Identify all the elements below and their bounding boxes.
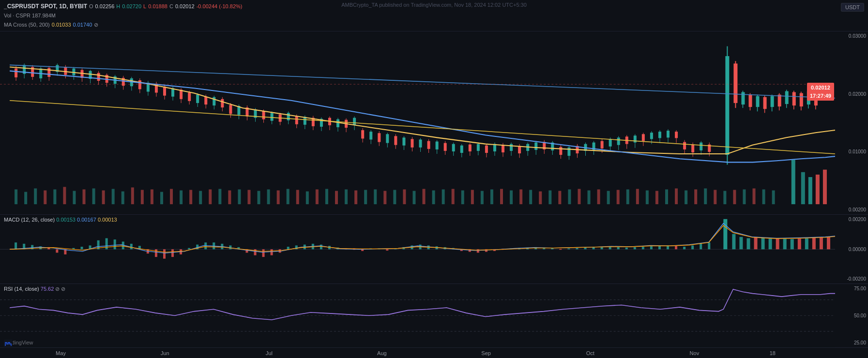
svg-rect-17: [170, 189, 173, 205]
macd-val2: 0.00167: [77, 217, 96, 223]
svg-rect-204: [502, 145, 504, 152]
svg-rect-94: [47, 68, 50, 77]
svg-rect-218: [559, 147, 562, 155]
svg-rect-47: [461, 191, 464, 205]
svg-rect-383: [812, 238, 816, 249]
svg-rect-32: [316, 190, 319, 205]
svg-rect-268: [771, 96, 774, 107]
svg-rect-46: [452, 189, 455, 205]
svg-rect-44: [432, 191, 435, 205]
svg-rect-250: [691, 145, 694, 152]
svg-rect-370: [708, 242, 710, 249]
svg-rect-55: [539, 192, 542, 205]
svg-rect-228: [601, 141, 604, 149]
y-label-1: 0.03000: [837, 33, 866, 39]
svg-rect-300: [130, 244, 133, 249]
svg-rect-7: [73, 191, 76, 205]
x-label-nov: Nov: [690, 350, 700, 356]
svg-rect-16: [160, 192, 163, 205]
svg-rect-23: [228, 191, 231, 205]
svg-rect-48: [471, 190, 474, 205]
rsi-y-3: 25.00: [837, 340, 866, 345]
svg-rect-252: [700, 143, 702, 150]
svg-rect-276: [800, 93, 803, 107]
svg-rect-188: [436, 142, 439, 149]
svg-rect-358: [609, 247, 611, 249]
svg-rect-12: [122, 192, 124, 205]
svg-rect-256: [725, 56, 729, 155]
svg-rect-176: [386, 134, 389, 143]
svg-rect-384: [820, 238, 823, 250]
volume-label: Vol · CSPR 187.984M: [4, 12, 56, 20]
svg-rect-372: [732, 234, 735, 249]
low-value: 0.01888: [148, 2, 168, 11]
macd-chart-svg: [0, 215, 835, 284]
svg-rect-51: [500, 189, 503, 205]
x-label-aug: Aug: [377, 350, 387, 356]
svg-rect-77: [753, 189, 756, 205]
svg-rect-359: [617, 247, 620, 249]
rsi-label: RSI (14, close) 75.62 ⊘ ⊘: [4, 286, 65, 292]
svg-rect-180: [402, 138, 405, 146]
svg-rect-294: [80, 247, 83, 249]
svg-rect-200: [485, 146, 488, 153]
svg-rect-25: [247, 190, 250, 205]
svg-rect-132: [204, 97, 207, 104]
svg-rect-212: [534, 143, 537, 150]
svg-rect-196: [469, 145, 472, 151]
svg-rect-244: [667, 131, 670, 137]
svg-rect-45: [442, 190, 445, 205]
svg-rect-72: [704, 189, 707, 205]
svg-rect-262: [748, 95, 752, 107]
svg-rect-194: [460, 146, 463, 153]
svg-rect-38: [374, 190, 377, 205]
macd-label: MACD (12, 26, close) 0.00153 0.00167 0.0…: [4, 217, 117, 223]
svg-rect-304: [163, 249, 166, 258]
svg-rect-369: [700, 244, 702, 249]
svg-rect-84: [823, 170, 827, 204]
svg-rect-82: [808, 177, 812, 204]
svg-rect-352: [559, 249, 562, 250]
svg-rect-170: [361, 130, 364, 138]
rsi-value: 75.62: [41, 286, 54, 292]
svg-rect-303: [155, 249, 157, 257]
svg-rect-363: [650, 246, 653, 249]
svg-rect-40: [393, 190, 396, 205]
x-label-jul: Jul: [266, 350, 273, 356]
svg-rect-366: [675, 246, 677, 249]
svg-rect-52: [510, 191, 513, 205]
svg-rect-3: [34, 189, 37, 205]
svg-rect-128: [188, 93, 191, 101]
svg-rect-30: [296, 190, 299, 205]
svg-rect-29: [287, 189, 289, 205]
svg-rect-41: [403, 190, 406, 205]
svg-rect-71: [694, 190, 697, 205]
svg-rect-49: [481, 191, 484, 205]
svg-rect-274: [792, 92, 796, 106]
svg-rect-377: [769, 239, 772, 249]
svg-rect-152: [287, 113, 290, 120]
svg-rect-81: [801, 172, 805, 204]
svg-rect-62: [607, 191, 610, 205]
svg-rect-39: [383, 191, 386, 205]
svg-rect-248: [683, 142, 686, 149]
svg-rect-242: [658, 132, 661, 138]
svg-rect-24: [238, 190, 241, 205]
svg-rect-379: [783, 239, 787, 249]
svg-rect-232: [617, 138, 620, 145]
svg-rect-298: [114, 239, 116, 249]
svg-rect-375: [754, 237, 758, 250]
svg-rect-264: [756, 96, 760, 107]
svg-rect-53: [519, 190, 522, 205]
svg-rect-98: [64, 67, 67, 75]
svg-rect-373: [739, 237, 743, 250]
macd-val1: 0.00153: [56, 217, 76, 223]
svg-rect-182: [411, 139, 413, 148]
panel-rsi: RSI (14, close) 75.62 ⊘ ⊘ 75.00 50.00 25…: [0, 284, 868, 347]
svg-rect-58: [568, 190, 571, 205]
rsi-chart-svg: [0, 284, 835, 347]
y-label-2: 0.02000: [837, 91, 866, 97]
close-value: 0.02012: [175, 2, 195, 11]
svg-rect-60: [588, 191, 591, 205]
rsi-y-1: 75.00: [837, 286, 866, 291]
